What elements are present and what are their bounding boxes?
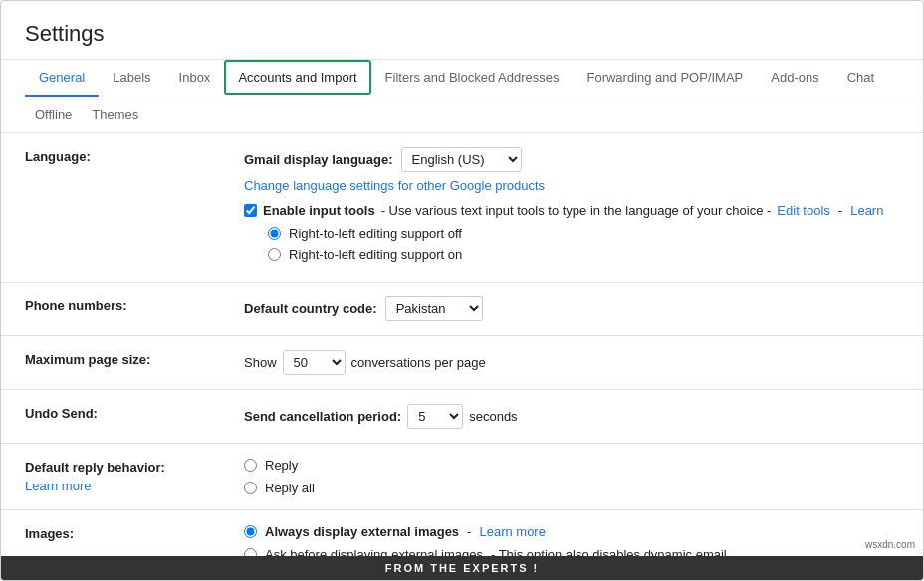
cancellation-period-select[interactable]: 5 [407,404,463,429]
phone-content: Default country code: Pakistan [244,296,899,321]
tab-inbox[interactable]: Inbox [165,60,225,97]
always-display-label: Always display external images [265,524,459,539]
enable-input-row: Enable input tools - Use various text in… [244,203,899,218]
page-size-content: Show 50 conversations per page [244,350,899,375]
wsxdn-badge: wsxdn.com [865,539,915,550]
undo-send-setting-row: Undo Send: Send cancellation period: 5 s… [1,390,923,444]
display-language-label: Gmail display language: [244,152,393,167]
edit-tools-link[interactable]: Edit tools [777,203,829,218]
reply-all-option: Reply all [244,481,899,495]
default-reply-learn-more[interactable]: Learn more [25,479,244,493]
subtab-offline[interactable]: Offline [25,101,82,128]
rtl-options: Right-to-left editing support off Right-… [268,226,899,262]
reply-radio[interactable] [244,459,257,472]
default-reply-content: Reply Reply all [244,458,899,495]
always-display-radio[interactable] [244,525,257,538]
phone-row-content: Default country code: Pakistan [244,296,899,321]
always-display-option: Always display external images - Learn m… [244,524,899,539]
images-learn-more[interactable]: Learn more [479,524,545,539]
default-country-label: Default country code: [244,301,377,316]
default-reply-setting-row: Default reply behavior: Learn more Reply… [1,444,923,510]
phone-label: Phone numbers: [25,296,244,313]
reply-all-radio[interactable] [244,482,257,494]
reply-option: Reply [244,458,899,473]
display-language-row: Gmail display language: English (US) [244,147,899,172]
watermark-bar: FROM THE EXPERTS ! [1,556,923,580]
dash-separator: - [838,203,842,218]
watermark-text: FROM THE EXPERTS ! [385,562,540,574]
tab-filters[interactable]: Filters and Blocked Addresses [371,60,574,97]
images-label: Images: [25,524,244,541]
rtl-off-option: Right-to-left editing support off [268,226,899,241]
language-select[interactable]: English (US) [401,147,522,172]
rtl-on-label: Right-to-left editing support on [289,247,462,262]
tab-addons[interactable]: Add-ons [757,60,832,97]
cancellation-label: Send cancellation period: [244,409,401,424]
tab-general[interactable]: General [25,60,99,97]
settings-window: Settings General Labels Inbox Accounts a… [0,0,924,581]
rtl-on-radio[interactable] [268,248,281,261]
default-reply-label: Default reply behavior: Learn more [25,458,244,493]
main-tabs-row: General Labels Inbox Accounts and Import… [1,60,923,97]
rtl-off-label: Right-to-left editing support off [289,226,462,241]
language-content: Gmail display language: English (US) Cha… [244,147,899,268]
page-size-setting-row: Maximum page size: Show 50 conversations… [1,336,923,390]
per-page-label: conversations per page [351,355,486,370]
page-size-inner: Show 50 conversations per page [244,350,899,375]
change-language-link[interactable]: Change language settings for other Googl… [244,178,899,193]
tab-forwarding[interactable]: Forwarding and POP/IMAP [573,60,757,97]
tab-chat[interactable]: Chat [833,60,888,97]
show-label: Show [244,355,277,370]
subtab-themes[interactable]: Themes [82,101,148,128]
enable-input-desc: - Use various text input tools to type i… [381,203,772,218]
phone-setting-row: Phone numbers: Default country code: Pak… [1,283,923,336]
page-size-select[interactable]: 50 [283,350,346,375]
page-title: Settings [1,1,923,60]
rtl-on-option: Right-to-left editing support on [268,247,899,262]
sub-tabs-row: Offline Themes [1,97,923,133]
enable-input-label: Enable input tools [263,203,375,218]
language-label: Language: [25,147,244,164]
learn-link[interactable]: Learn [850,203,883,218]
country-select[interactable]: Pakistan [385,296,483,321]
reply-options: Reply Reply all [244,458,899,495]
reply-label: Reply [265,458,298,473]
tab-accounts[interactable]: Accounts and Import [224,60,370,95]
rtl-off-radio[interactable] [268,227,281,240]
undo-send-inner: Send cancellation period: 5 seconds [244,404,899,429]
enable-input-checkbox[interactable] [244,204,257,217]
undo-send-content: Send cancellation period: 5 seconds [244,404,899,429]
undo-send-label: Undo Send: [25,404,244,421]
image-dash-sep: - [467,524,471,539]
page-size-label: Maximum page size: [25,350,244,367]
tab-labels[interactable]: Labels [99,60,164,97]
reply-all-label: Reply all [265,481,315,495]
seconds-label: seconds [469,409,517,424]
language-setting-row: Language: Gmail display language: Englis… [1,133,923,283]
